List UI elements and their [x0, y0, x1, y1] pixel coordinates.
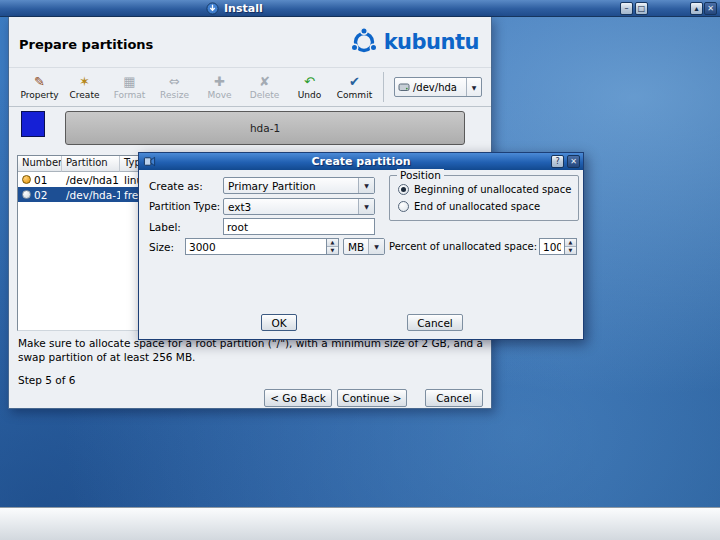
column-partition[interactable]: Partition	[62, 156, 120, 172]
property-icon: ✎	[34, 74, 45, 89]
delete-button[interactable]: ✘ Delete	[242, 74, 287, 100]
size-spinner[interactable]: ▲▼	[185, 238, 339, 255]
continue-button[interactable]: Continue >	[337, 389, 407, 407]
go-back-button[interactable]: < Go Back	[264, 389, 332, 407]
undo-icon: ↶	[304, 74, 315, 89]
partition-toolbar: ✎ Property ✶ Create ▦ Format ⇔ Resize ✚ …	[9, 67, 491, 107]
dialog-titlebar[interactable]: Create partition ? ✕	[139, 153, 583, 170]
format-icon: ▦	[123, 74, 135, 89]
radio-beginning[interactable]	[398, 184, 409, 195]
size-input[interactable]	[185, 238, 326, 255]
kubuntu-logo-icon	[349, 27, 379, 57]
window-title: Install	[224, 2, 263, 15]
size-unit-select[interactable]: MB	[343, 238, 385, 255]
step-label: Step 5 of 6	[18, 374, 75, 386]
taskbar: K Install	[0, 507, 720, 540]
kubuntu-logo: kubuntu	[349, 27, 479, 57]
move-icon: ✚	[214, 74, 225, 89]
disk-bar-label: hda-1	[250, 122, 280, 134]
partition-type-label: Partition Type:	[149, 201, 220, 212]
property-button[interactable]: ✎ Property	[17, 74, 62, 100]
dialog-help-button[interactable]: ?	[551, 155, 564, 168]
device-selector-value: /dev/hda	[413, 82, 457, 93]
percent-spin-buttons[interactable]: ▲▼	[564, 238, 577, 255]
disk-bar[interactable]: hda-1	[65, 111, 465, 145]
dialog-close-button[interactable]: ✕	[567, 155, 580, 168]
position-group-label: Position	[397, 169, 444, 181]
spin-down-icon: ▼	[565, 246, 576, 254]
resize-icon: ⇔	[169, 74, 180, 89]
radio-end[interactable]	[398, 201, 409, 212]
commit-button[interactable]: ✔ Commit	[332, 74, 377, 100]
spin-up-icon: ▲	[327, 239, 338, 246]
free-space-icon	[22, 190, 31, 199]
percent-spinner[interactable]: ▲▼	[539, 238, 577, 255]
close-button[interactable]: ✕	[704, 2, 717, 15]
format-button[interactable]: ▦ Format	[107, 74, 152, 100]
kubuntu-logo-text: kubuntu	[384, 30, 479, 54]
column-number[interactable]: Number	[18, 156, 62, 172]
commit-icon: ✔	[349, 74, 360, 89]
label-label: Label:	[149, 221, 181, 233]
chevron-down-icon	[466, 78, 481, 96]
dialog-title: Create partition	[139, 155, 583, 168]
create-as-label: Create as:	[149, 180, 203, 192]
resize-button[interactable]: ⇔ Resize	[152, 74, 197, 100]
undo-button[interactable]: ↶ Undo	[287, 74, 332, 100]
position-group: Position Beginning of unallocated space …	[389, 175, 579, 221]
dialog-cancel-button[interactable]: Cancel	[407, 314, 463, 331]
size-spin-buttons[interactable]: ▲▼	[326, 238, 339, 255]
partition-icon	[22, 175, 31, 184]
toolbar-separator	[383, 72, 384, 102]
radio-beginning-label[interactable]: Beginning of unallocated space	[414, 184, 571, 195]
hard-disk-icon	[398, 81, 410, 93]
device-selector[interactable]: /dev/hda	[394, 77, 482, 97]
minimize-button[interactable]: –	[620, 2, 633, 15]
note-text: Make sure to allocate space for a root p…	[18, 337, 492, 364]
desktop: Install – □ ▴ ✕ Prepare partitions kubun…	[0, 0, 720, 540]
create-as-select[interactable]: Primary Partition	[223, 177, 375, 194]
size-label: Size:	[149, 241, 174, 253]
label-input[interactable]	[223, 218, 375, 235]
percent-label: Percent of unallocated space:	[389, 241, 537, 252]
chevron-down-icon	[358, 199, 374, 214]
create-partition-dialog: Create partition ? ✕ Create as: Primary …	[138, 152, 584, 340]
maximize-button[interactable]: □	[635, 2, 648, 15]
create-button[interactable]: ✶ Create	[62, 74, 107, 100]
move-button[interactable]: ✚ Move	[197, 74, 242, 100]
delete-icon: ✘	[259, 74, 270, 89]
main-window-titlebar[interactable]: Install – □ ▴ ✕	[0, 0, 720, 17]
spin-up-icon: ▲	[565, 239, 576, 246]
new-partition-swatch	[21, 111, 45, 137]
percent-input[interactable]	[539, 238, 564, 255]
page-title: Prepare partitions	[19, 37, 153, 52]
shade-button[interactable]: ▴	[690, 2, 703, 15]
radio-end-label[interactable]: End of unallocated space	[414, 201, 540, 212]
ok-button[interactable]: OK	[261, 314, 297, 331]
partition-type-select[interactable]: ext3	[223, 198, 375, 215]
chevron-down-icon	[368, 239, 384, 254]
install-window-icon	[206, 2, 219, 15]
spin-down-icon: ▼	[327, 246, 338, 254]
wizard-cancel-button[interactable]: Cancel	[425, 389, 483, 407]
chevron-down-icon	[358, 178, 374, 193]
create-icon: ✶	[79, 74, 90, 89]
